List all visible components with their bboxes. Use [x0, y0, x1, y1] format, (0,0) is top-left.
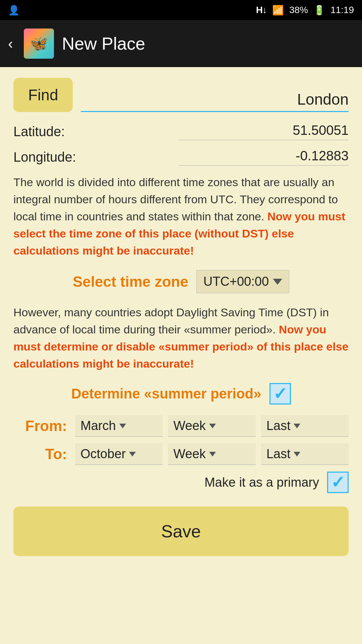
to-label: To: [13, 446, 67, 463]
to-week-arrow [209, 452, 216, 457]
find-row: Find [13, 78, 349, 112]
from-week-arrow [209, 424, 216, 428]
back-button[interactable]: ‹ [8, 35, 13, 52]
from-month-value: March [80, 419, 116, 433]
to-weeknum-value: Last [266, 447, 291, 461]
latitude-value-wrap [179, 123, 349, 140]
longitude-value-wrap [179, 148, 349, 166]
signal-icon: 📶 [272, 5, 284, 16]
longitude-row: Longitude: [13, 148, 349, 166]
from-month-arrow [119, 424, 126, 428]
to-week-dropdown[interactable]: Week [168, 443, 255, 465]
determine-summer-row: Determine «summer period» ✓ [13, 383, 349, 405]
battery-icon: 🔋 [313, 5, 325, 16]
checkmark-icon: ✓ [273, 385, 287, 402]
logo-emoji: 🦋 [29, 35, 48, 52]
from-dropdowns: March Week Last [75, 415, 349, 437]
main-content: Find Latitude: Longitude: The world is d… [0, 67, 362, 570]
select-timezone-row: Select time zone UTC+00:00 [13, 270, 349, 293]
primary-label: Make it as a primary [204, 475, 319, 490]
status-icon-ghost: 👤 [8, 5, 20, 16]
to-month-dropdown[interactable]: October [75, 443, 163, 465]
primary-checkbox[interactable]: ✓ [327, 472, 349, 493]
location-input[interactable] [81, 90, 349, 108]
timezone-dropdown-arrow [273, 279, 282, 285]
to-month-arrow [129, 452, 136, 457]
find-button[interactable]: Find [13, 78, 73, 112]
longitude-input[interactable] [179, 148, 349, 163]
from-weeknum-arrow [294, 424, 300, 428]
to-row: To: October Week Last [13, 443, 349, 465]
app-logo: 🦋 [24, 29, 54, 59]
app-bar: ‹ 🦋 New Place [0, 20, 362, 67]
page-title: New Place [62, 34, 145, 54]
battery-percent: 38% [289, 5, 308, 15]
from-week-value: Week [173, 419, 205, 433]
timezone-value: UTC+00:00 [203, 274, 269, 289]
timezone-dropdown[interactable]: UTC+00:00 [196, 270, 289, 293]
from-weeknum-dropdown[interactable]: Last [261, 415, 349, 437]
from-month-dropdown[interactable]: March [75, 415, 163, 437]
from-week-dropdown[interactable]: Week [168, 415, 255, 437]
from-label: From: [13, 418, 67, 434]
to-weeknum-arrow [294, 452, 300, 457]
location-input-wrap [81, 90, 349, 112]
determine-label: Determine «summer period» [71, 386, 261, 402]
latitude-input[interactable] [179, 123, 349, 138]
primary-checkmark-icon: ✓ [331, 474, 345, 491]
latitude-label: Latitude: [13, 124, 65, 139]
save-button[interactable]: Save [13, 506, 349, 556]
timezone-info-text: The world is divided into different time… [13, 174, 349, 259]
to-weeknum-dropdown[interactable]: Last [261, 443, 349, 465]
dst-info-text: However, many countries adopt Daylight S… [13, 304, 349, 372]
status-bar: 👤 H↓ 📶 38% 🔋 11:19 [0, 0, 362, 20]
from-weeknum-value: Last [266, 419, 291, 433]
to-dropdowns: October Week Last [75, 443, 349, 465]
status-h-icon: H↓ [256, 5, 267, 15]
select-timezone-label: Select time zone [73, 273, 188, 290]
determine-summer-checkbox[interactable]: ✓ [269, 383, 291, 405]
longitude-label: Longitude: [13, 150, 76, 165]
latitude-row: Latitude: [13, 123, 349, 140]
to-week-value: Week [173, 447, 205, 461]
to-month-value: October [80, 447, 126, 461]
from-row: From: March Week Last [13, 415, 349, 437]
time-display: 11:19 [330, 5, 354, 15]
primary-row: Make it as a primary ✓ [13, 472, 349, 493]
